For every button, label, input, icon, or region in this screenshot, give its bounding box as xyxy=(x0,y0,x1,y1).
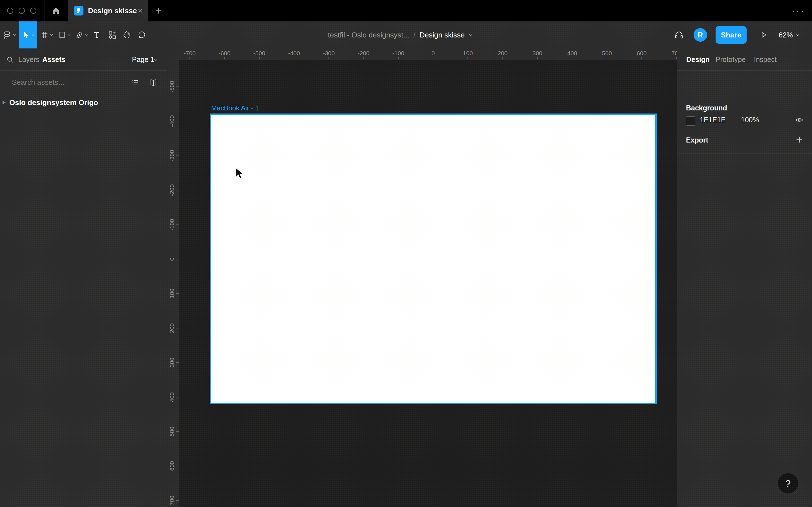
tab-design[interactable]: Design xyxy=(686,48,710,71)
h-ruler-tick xyxy=(363,57,364,59)
chevron-down-icon[interactable] xyxy=(469,33,473,37)
avatar[interactable]: R xyxy=(694,28,707,42)
chevron-down-icon xyxy=(84,33,88,37)
tab-layers[interactable]: Layers xyxy=(18,48,40,71)
v-ruler-tick xyxy=(176,397,179,397)
v-ruler-tick xyxy=(176,259,179,260)
v-ruler-label: 700 xyxy=(168,496,175,505)
v-ruler-tick xyxy=(176,224,179,225)
cursor-icon xyxy=(22,31,30,39)
assets-search-row xyxy=(0,71,167,94)
main-menu-button[interactable] xyxy=(2,21,17,48)
traffic-light-close[interactable] xyxy=(7,8,13,14)
horizontal-ruler[interactable]: -700-600-500-400-300-200-100010020030040… xyxy=(167,48,677,60)
home-icon xyxy=(51,6,60,15)
home-button[interactable] xyxy=(45,0,67,21)
h-ruler-label: 0 xyxy=(432,50,435,57)
shape-tool-button[interactable] xyxy=(57,21,71,48)
h-ruler-label: 400 xyxy=(567,50,577,57)
play-triangle-icon xyxy=(759,31,768,39)
hand-icon xyxy=(122,31,131,39)
h-ruler-tick xyxy=(467,57,468,59)
ellipsis-icon: ··· xyxy=(792,5,806,16)
audio-call-button[interactable] xyxy=(673,21,685,48)
h-ruler-tick xyxy=(294,57,294,59)
eye-icon[interactable] xyxy=(795,116,804,124)
figma-file-icon xyxy=(74,6,84,15)
h-ruler-tick xyxy=(433,57,434,59)
resources-tool-button[interactable] xyxy=(107,21,117,48)
v-ruler-tick xyxy=(176,431,179,432)
frame-name-label[interactable]: MacBook Air - 1 xyxy=(211,104,259,112)
left-panel-header: Layers Assets Page 1 xyxy=(0,48,167,71)
v-ruler-label: 400 xyxy=(168,392,175,402)
tab-design-skisse[interactable]: Design skisse × xyxy=(68,0,148,21)
tab-inspect[interactable]: Inspect xyxy=(754,48,777,71)
v-ruler-label: -500 xyxy=(168,81,175,93)
h-ruler-label: -100 xyxy=(393,50,404,57)
letter-T-icon xyxy=(93,31,101,39)
frame-grid-icon xyxy=(40,31,49,39)
v-ruler-label: -300 xyxy=(168,150,175,162)
shapes-plus-icon xyxy=(108,31,117,40)
background-hex-value[interactable]: 1E1E1E xyxy=(700,116,726,124)
right-panel: Design Prototype Inspect Background 1E1E… xyxy=(677,48,812,507)
background-section: Background 1E1E1E 100% xyxy=(677,71,812,126)
frame-macbook-air-1[interactable] xyxy=(210,114,657,404)
traffic-light-minimize[interactable] xyxy=(18,8,25,14)
h-ruler-label: 200 xyxy=(498,50,507,57)
plus-icon: + xyxy=(155,5,161,17)
tabbar-divider xyxy=(784,0,785,21)
chevron-down-icon xyxy=(796,33,800,37)
help-button[interactable]: ? xyxy=(778,473,798,494)
h-ruler-label: -200 xyxy=(357,50,369,57)
h-ruler-tick xyxy=(328,57,329,59)
page-selector[interactable]: Page 1 xyxy=(132,48,154,71)
move-tool-button[interactable] xyxy=(19,21,37,48)
add-export-button[interactable]: + xyxy=(793,132,806,148)
v-ruler-label: -100 xyxy=(168,219,175,231)
h-ruler-tick xyxy=(398,57,399,59)
asset-group-oslo-designsystem[interactable]: Oslo designsystem Origo xyxy=(0,94,167,112)
hand-tool-button[interactable] xyxy=(121,21,132,48)
vertical-ruler[interactable]: -500-400-300-200-10001002003004005006007… xyxy=(167,48,179,507)
v-ruler-tick xyxy=(176,466,179,466)
traffic-light-fullscreen[interactable] xyxy=(30,8,36,14)
zoom-menu-button[interactable]: 62% xyxy=(779,21,800,48)
tab-close-icon[interactable]: × xyxy=(138,6,143,15)
v-ruler-label: 500 xyxy=(168,427,175,436)
assets-search-input[interactable] xyxy=(12,71,113,94)
h-ruler-label: -600 xyxy=(218,50,231,57)
right-panel-tabs: Design Prototype Inspect xyxy=(677,48,812,71)
h-ruler-label: 600 xyxy=(637,50,647,57)
present-button[interactable] xyxy=(757,21,770,48)
h-ruler-label: 300 xyxy=(532,50,542,57)
background-color-swatch[interactable] xyxy=(686,116,695,126)
h-ruler-tick xyxy=(642,57,642,59)
new-tab-button[interactable]: + xyxy=(152,0,165,21)
mouse-cursor-icon xyxy=(235,167,247,181)
h-ruler-label: 100 xyxy=(463,50,473,57)
canvas[interactable]: MacBook Air - 1 -700-600-500-400-300-200… xyxy=(167,48,677,507)
search-icon[interactable] xyxy=(6,56,14,64)
text-tool-button[interactable] xyxy=(92,21,102,48)
tab-prototype[interactable]: Prototype xyxy=(716,48,746,71)
frame-tool-button[interactable] xyxy=(40,21,54,48)
zoom-level: 62% xyxy=(779,31,793,39)
h-ruler-tick xyxy=(259,57,260,59)
window-overflow-menu-button[interactable]: ··· xyxy=(788,0,809,21)
share-button[interactable]: Share xyxy=(716,26,747,44)
background-opacity-value[interactable]: 100% xyxy=(741,116,759,124)
breadcrumb[interactable]: testfil - Oslo designsyst... / Design sk… xyxy=(328,21,473,48)
chevron-down-icon[interactable] xyxy=(153,58,157,62)
pen-nib-icon xyxy=(75,31,84,39)
tab-assets[interactable]: Assets xyxy=(42,48,65,71)
export-section-title: Export xyxy=(686,136,708,144)
breadcrumb-file-name[interactable]: Design skisse xyxy=(419,31,465,40)
collapse-triangle-icon[interactable] xyxy=(3,101,6,105)
breadcrumb-project[interactable]: testfil - Oslo designsyst... xyxy=(328,31,409,40)
pen-tool-button[interactable] xyxy=(74,21,89,48)
library-book-icon[interactable] xyxy=(149,78,158,87)
comment-tool-button[interactable] xyxy=(137,21,147,48)
list-view-icon[interactable] xyxy=(132,78,139,86)
